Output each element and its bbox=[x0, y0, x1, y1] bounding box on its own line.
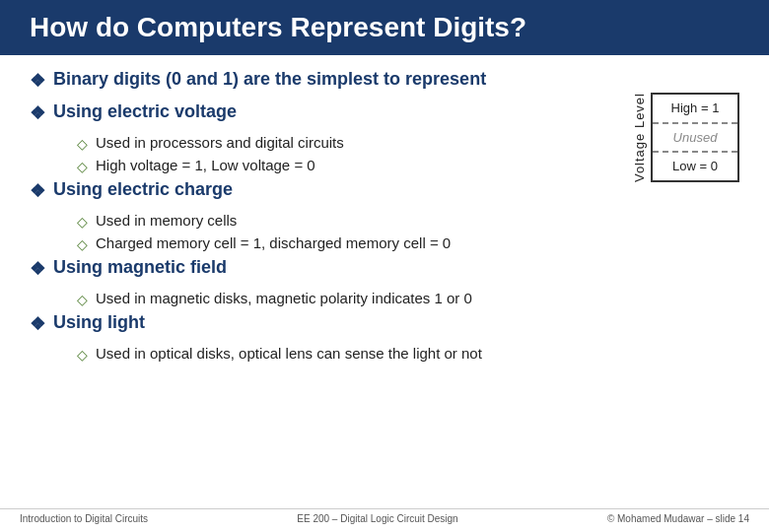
diamond-icon-5: ❖ bbox=[30, 313, 45, 335]
diamond-icon-2: ❖ bbox=[30, 102, 45, 124]
main-bullet-1: ❖ Binary digits (0 and 1) are the simple… bbox=[30, 69, 739, 92]
bullet4-label: Using magnetic field bbox=[53, 257, 227, 278]
sub-bullet4-1-text: Used in magnetic disks, magnetic polarit… bbox=[96, 290, 472, 306]
main-bullet-4: ❖ Using magnetic field bbox=[30, 257, 739, 280]
sub-bullet-3-2: ◇ Charged memory cell = 1, discharged me… bbox=[77, 234, 739, 252]
voltage-diagram: Voltage Level High = 1 Unused Low = 0 bbox=[632, 93, 739, 182]
slide-content: Voltage Level High = 1 Unused Low = 0 ❖ … bbox=[0, 55, 769, 375]
voltage-box: High = 1 Unused Low = 0 bbox=[651, 93, 739, 182]
footer-right: © Mohamed Mudawar – slide 14 bbox=[607, 513, 749, 524]
footer-center: EE 200 – Digital Logic Circuit Design bbox=[297, 513, 457, 524]
bullet5-label: Using light bbox=[53, 312, 145, 333]
voltage-unused: Unused bbox=[653, 124, 737, 154]
sub-bullet-4-1: ◇ Used in magnetic disks, magnetic polar… bbox=[77, 290, 739, 307]
slide: How do Computers Represent Digits? Volta… bbox=[0, 0, 769, 532]
voltage-low: Low = 0 bbox=[653, 153, 737, 180]
sub-bullet-5-1: ◇ Used in optical disks, optical lens ca… bbox=[77, 345, 739, 363]
sub-bullet-3-1: ◇ Used in memory cells bbox=[77, 212, 739, 230]
voltage-label-container: Voltage Level bbox=[632, 93, 647, 182]
section-electric-charge: ❖ Using electric charge ◇ Used in memory… bbox=[30, 179, 739, 252]
diamond-icon-3: ❖ bbox=[30, 180, 45, 202]
sub-bullet3-2-text: Charged memory cell = 1, discharged memo… bbox=[96, 234, 451, 251]
section-magnetic-field: ❖ Using magnetic field ◇ Used in magneti… bbox=[30, 257, 739, 307]
diamond-icon-4: ❖ bbox=[30, 258, 45, 280]
slide-title: How do Computers Represent Digits? bbox=[30, 12, 526, 42]
footer-left: Introduction to Digital Circuits bbox=[20, 513, 148, 524]
sub-diamond-icon-2-2: ◇ bbox=[77, 159, 88, 174]
sub-bullet5-1-text: Used in optical disks, optical lens can … bbox=[96, 345, 482, 362]
bullet3-label: Using electric charge bbox=[53, 179, 233, 200]
diamond-icon-1: ❖ bbox=[30, 70, 45, 92]
voltage-level-label: Voltage Level bbox=[632, 93, 647, 182]
sub-bullet2-1-text: Used in processors and digital circuits bbox=[96, 134, 344, 151]
sub-diamond-icon-2-1: ◇ bbox=[77, 136, 88, 152]
slide-header: How do Computers Represent Digits? bbox=[0, 0, 769, 55]
slide-footer: Introduction to Digital Circuits EE 200 … bbox=[0, 508, 769, 524]
section-using-light: ❖ Using light ◇ Used in optical disks, o… bbox=[30, 312, 739, 363]
voltage-high: High = 1 bbox=[653, 95, 737, 124]
sub-diamond-icon-5-1: ◇ bbox=[77, 347, 88, 363]
sub-bullet3-1-text: Used in memory cells bbox=[96, 212, 237, 229]
main-bullet-3: ❖ Using electric charge bbox=[30, 179, 739, 202]
bullet1-text: Binary digits (0 and 1) are the simplest… bbox=[53, 69, 486, 90]
sub-diamond-icon-3-1: ◇ bbox=[77, 214, 88, 230]
sub-bullet2-2-text: High voltage = 1, Low voltage = 0 bbox=[96, 157, 315, 173]
sub-diamond-icon-4-1: ◇ bbox=[77, 292, 88, 307]
main-bullet-5: ❖ Using light bbox=[30, 312, 739, 335]
bullet2-label: Using electric voltage bbox=[53, 101, 237, 122]
sub-diamond-icon-3-2: ◇ bbox=[77, 236, 88, 252]
